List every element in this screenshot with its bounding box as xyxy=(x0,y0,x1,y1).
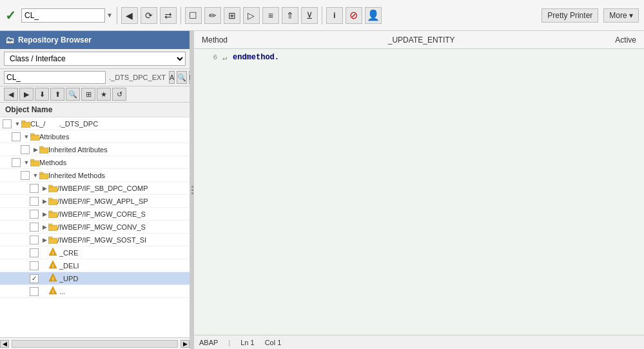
edit-button[interactable]: ✏ xyxy=(204,7,221,24)
main-area: 🗂 Repository Browser Class / Interface .… xyxy=(0,31,644,349)
dropdown-arrow[interactable]: ▼ xyxy=(106,12,113,19)
display-button[interactable]: ☐ xyxy=(185,7,202,24)
checkbox-attributes[interactable] xyxy=(12,132,21,141)
if5-label: /IWBEP/IF_MGW_SOST_SI xyxy=(57,236,187,244)
expand-attributes[interactable]: ▼ xyxy=(23,133,30,141)
search-input[interactable] xyxy=(21,8,105,23)
scroll-left-btn[interactable]: ◀ xyxy=(0,340,9,348)
stop-button[interactable]: ⊘ xyxy=(346,7,362,24)
bottom-scroll-area: ◀ ▶ xyxy=(0,337,190,349)
checkbox-inherited-methods[interactable] xyxy=(21,171,30,180)
refresh-button[interactable]: ⇄ xyxy=(160,7,177,24)
expand-if1[interactable]: ▶ xyxy=(41,184,48,192)
tree-item-attributes[interactable]: ▼ Attributes xyxy=(0,130,190,143)
tree-item-methods[interactable]: ▼ Methods xyxy=(0,156,190,169)
checkbox-if3[interactable] xyxy=(30,210,39,219)
scroll-right-btn[interactable]: ▶ xyxy=(181,340,190,348)
checkbox-methods[interactable] xyxy=(12,158,21,167)
obj-button[interactable]: ⊞ xyxy=(224,7,240,24)
inherited-attrs-label: Inherited Attributes xyxy=(48,146,187,154)
checkbox-if2[interactable] xyxy=(30,197,39,206)
nav-tree-btn[interactable]: ⊞ xyxy=(81,88,95,101)
search-letter-btn[interactable]: A xyxy=(169,71,175,84)
checkbox-if1[interactable] xyxy=(30,184,39,193)
checkbox-deli[interactable] xyxy=(30,261,39,270)
class-search-input[interactable] xyxy=(4,71,106,84)
tree-item-inherited-attrs[interactable]: ▶ Inherited Attributes xyxy=(0,143,190,156)
expand-methods[interactable]: ▼ xyxy=(23,159,30,166)
test-button[interactable]: ▷ xyxy=(243,7,260,24)
method-header: Method _UPDATE_ENTITY Active xyxy=(194,31,644,49)
expand-if2[interactable]: ▶ xyxy=(41,197,48,205)
warning-icon-more: ! xyxy=(48,286,57,297)
activate-button[interactable]: ⇑ xyxy=(282,7,298,24)
check-icon[interactable]: ✓ xyxy=(5,8,16,23)
warning-icon-deli: ! xyxy=(48,260,57,271)
expand-if3[interactable]: ▶ xyxy=(41,210,48,218)
upd-label: _UPD xyxy=(59,275,187,283)
left-panel: 🗂 Repository Browser Class / Interface .… xyxy=(0,31,190,349)
tree-item-cre[interactable]: ! _CRE xyxy=(0,246,190,259)
info-button[interactable]: i xyxy=(326,7,343,24)
code-editor[interactable]: 6 ↵ endmethod. xyxy=(194,49,644,335)
checkbox-upd[interactable]: ✓ xyxy=(30,274,39,283)
if1-label: /IWBEP/IF_SB_DPC_COMP xyxy=(57,184,187,192)
tree-item-inherited-methods[interactable]: ▼ Inherited Methods xyxy=(0,169,190,182)
tree-item-upd[interactable]: ✓ ! _UPD xyxy=(0,272,190,285)
nav-search-btn[interactable]: 🔍 xyxy=(66,88,80,101)
release-button[interactable]: ⊻ xyxy=(301,7,318,24)
checkbox-if5[interactable] xyxy=(30,235,39,244)
folder-icon-inherited-methods xyxy=(39,172,48,179)
inherited-methods-label: Inherited Methods xyxy=(48,172,187,179)
back-button[interactable]: ◀ xyxy=(121,7,138,24)
svg-rect-0 xyxy=(21,122,30,128)
expand-if4[interactable]: ▶ xyxy=(41,223,48,231)
nav-back-btn[interactable]: ◀ xyxy=(4,88,18,101)
more-label: ... xyxy=(59,288,187,295)
checkbox-more[interactable] xyxy=(30,287,39,296)
tree-item-more[interactable]: ! ... xyxy=(0,285,190,298)
expand-if5[interactable]: ▶ xyxy=(41,236,48,244)
user-button[interactable]: 👤 xyxy=(365,7,382,24)
expand-root[interactable]: ▼ xyxy=(14,120,21,128)
tree-item-root[interactable]: ▼ CL_/ ._DTS_DPC xyxy=(0,117,190,130)
svg-rect-17 xyxy=(48,224,52,226)
check-button[interactable]: ≡ xyxy=(262,7,279,24)
if4-label: /IWBEP/IF_MGW_CONV_S xyxy=(57,223,187,231)
repo-browser-header: 🗂 Repository Browser xyxy=(0,31,190,49)
expand-inherited-methods[interactable]: ▼ xyxy=(32,172,39,179)
nav-collapse-btn[interactable]: ⬇ xyxy=(35,88,49,101)
search-icon-btn[interactable]: 🔍 xyxy=(177,71,187,84)
attributes-label: Attributes xyxy=(39,133,187,141)
tree-item-if5[interactable]: ▶ /IWBEP/IF_MGW_SOST_SI xyxy=(0,234,190,246)
svg-rect-9 xyxy=(39,172,43,174)
svg-text:!: ! xyxy=(52,276,54,282)
checkbox-inherited-attrs[interactable] xyxy=(21,145,30,154)
expand-inherited-attrs[interactable]: ▶ xyxy=(32,146,39,154)
active-label: Active xyxy=(607,35,644,45)
h-scrollbar[interactable] xyxy=(12,340,178,348)
svg-rect-18 xyxy=(48,238,57,244)
svg-rect-8 xyxy=(39,174,48,179)
tree-item-if1[interactable]: ▶ /IWBEP/IF_SB_DPC_COMP xyxy=(0,182,190,195)
checkbox-if4[interactable] xyxy=(30,223,39,232)
nav-refresh-btn[interactable]: ↺ xyxy=(112,88,126,101)
cre-label: _CRE xyxy=(59,249,187,257)
checkbox-cre[interactable] xyxy=(30,248,39,257)
if2-label: /IWBEP/IF_MGW_APPL_SP xyxy=(57,197,187,205)
root-label: CL_/ ._DTS_DPC xyxy=(30,120,187,128)
folder-icon-if5 xyxy=(48,236,57,244)
nav-expand-btn[interactable]: ⬆ xyxy=(50,88,64,101)
more-button[interactable]: More ▾ xyxy=(603,8,639,23)
checkbox-root[interactable] xyxy=(3,119,12,128)
class-interface-select[interactable]: Class / Interface xyxy=(4,52,186,66)
tree-item-if4[interactable]: ▶ /IWBEP/IF_MGW_CONV_S xyxy=(0,221,190,234)
tree-item-if2[interactable]: ▶ /IWBEP/IF_MGW_APPL_SP xyxy=(0,195,190,208)
tree-item-deli[interactable]: ! _DELI xyxy=(0,259,190,272)
nav-forward-btn[interactable]: ▶ xyxy=(19,88,34,101)
status-bar: ABAP | Ln 1 Col 1 xyxy=(194,335,644,349)
forward-button[interactable]: ⟳ xyxy=(141,7,157,24)
pretty-printer-button[interactable]: Pretty Printer xyxy=(542,8,598,23)
nav-star-btn[interactable]: ★ xyxy=(97,88,111,101)
tree-item-if3[interactable]: ▶ /IWBEP/IF_MGW_CORE_S xyxy=(0,208,190,221)
